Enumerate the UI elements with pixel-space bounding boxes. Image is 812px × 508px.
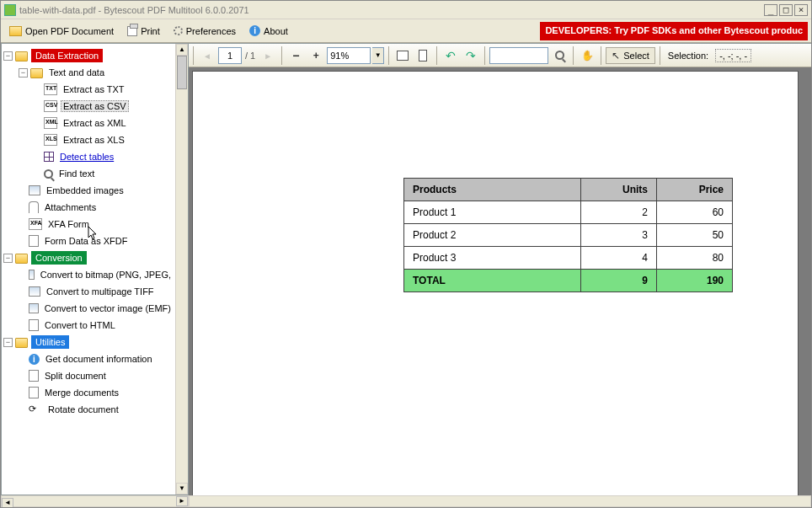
tree-node-split[interactable]: Split document (3, 367, 174, 384)
tree-node-form-xfdf[interactable]: Form Data as XFDF (3, 233, 174, 249)
page-canvas[interactable]: Products Units Price Product 1 2 60 Prod… (189, 67, 811, 495)
tree-node-find-text[interactable]: Find text (3, 165, 174, 182)
xfa-form-label: XFA Form (45, 218, 92, 230)
page-total-label: / 1 (245, 51, 255, 61)
tree-node-attachments[interactable]: Attachments (3, 199, 174, 216)
tree-node-extract-xml[interactable]: XML Extract as XML (3, 115, 174, 131)
collapse-icon[interactable]: − (3, 254, 13, 263)
bitmap-icon (29, 270, 35, 280)
folder-icon (30, 68, 43, 78)
cell-total-units: 9 (581, 270, 657, 292)
banner-text: DEVELOPERS: Try PDF SDKs and other Bytes… (545, 25, 803, 35)
scroll-down-button[interactable]: ▼ (176, 483, 188, 495)
tree-node-extract-xls[interactable]: XLS Extract as XLS (3, 131, 174, 148)
collapse-icon[interactable]: − (3, 338, 13, 347)
scroll-up-button[interactable]: ▲ (176, 44, 188, 56)
folder-icon (15, 338, 28, 348)
zoom-dropdown-button[interactable]: ▼ (372, 47, 384, 64)
folder-open-icon (9, 26, 22, 36)
pdf-page: Products Units Price Product 1 2 60 Prod… (192, 71, 799, 495)
tree-node-utilities[interactable]: − Utilities (3, 334, 174, 350)
table-header-row: Products Units Price (404, 179, 733, 201)
hscroll-right-button[interactable]: ► (176, 496, 188, 506)
about-label: About (264, 26, 288, 36)
prefs-label: Preferences (186, 26, 236, 36)
tree-node-convert-html[interactable]: Convert to HTML (3, 317, 174, 334)
cell-units: 4 (581, 247, 657, 270)
rotate-left-button[interactable] (441, 46, 460, 65)
sidebar: − Data Extraction − Text and data TXT Ex… (1, 43, 189, 495)
tree-node-convert-tiff[interactable]: Convert to multipage TIFF (3, 283, 174, 300)
collapse-icon[interactable]: − (3, 51, 13, 61)
collapse-icon[interactable]: − (19, 68, 28, 78)
print-button[interactable]: Print (122, 24, 165, 38)
cell-price: 50 (657, 224, 733, 247)
preferences-button[interactable]: Preferences (168, 24, 241, 38)
form-xfdf-label: Form Data as XFDF (42, 235, 130, 247)
document-viewer: / 1 ▼ Select Selection: - (189, 43, 811, 495)
merge-icon (29, 387, 39, 398)
hand-icon (581, 50, 594, 61)
tree-node-extract-txt[interactable]: TXT Extract as TXT (3, 81, 174, 98)
zoom-out-button[interactable] (286, 46, 305, 65)
sidebar-scrollbar[interactable]: ▲ ▼ (175, 44, 188, 495)
emf-icon (29, 303, 39, 313)
folder-icon (15, 254, 28, 264)
tree-node-conversion[interactable]: − Conversion (3, 249, 174, 266)
separator (484, 46, 485, 65)
cell-price: 80 (657, 247, 733, 270)
main-toolbar: Open PDF Document Print Preferences i Ab… (1, 19, 811, 43)
separator (601, 46, 601, 65)
sidebar-hscroll[interactable]: ◄ ► (1, 495, 189, 507)
viewer-toolbar: / 1 ▼ Select Selection: - (189, 44, 811, 67)
tree-node-data-extraction[interactable]: − Data Extraction (3, 47, 174, 64)
tree-node-rotate[interactable]: ⟳ Rotate document (3, 401, 174, 418)
tree-node-merge[interactable]: Merge documents (3, 384, 174, 401)
rotate-right-icon (466, 49, 476, 62)
tree-node-embedded-images[interactable]: Embedded images (3, 182, 174, 199)
cell-total-label: TOTAL (404, 270, 581, 292)
prev-page-button[interactable] (198, 46, 216, 65)
html-icon (29, 319, 39, 331)
scroll-thumb[interactable] (177, 56, 187, 89)
tree-node-convert-emf[interactable]: Convert to vector image (EMF) (3, 300, 174, 317)
find-icon (44, 169, 53, 179)
minimize-button[interactable]: _ (764, 4, 777, 16)
next-page-button[interactable] (259, 46, 277, 65)
tree-node-text-and-data[interactable]: − Text and data (3, 64, 174, 81)
about-button[interactable]: i About (244, 24, 293, 38)
tree-node-xfa-form[interactable]: XFA XFA Form (3, 216, 174, 233)
select-label: Select (623, 51, 649, 61)
zoom-input[interactable] (327, 47, 371, 64)
rotate-right-button[interactable] (462, 46, 480, 65)
zoom-in-button[interactable] (307, 46, 325, 65)
hscroll-left-button[interactable]: ◄ (2, 498, 13, 508)
selection-value: -, -; -, - (715, 49, 751, 62)
viewer-hscroll[interactable] (189, 495, 811, 507)
tree-node-extract-csv[interactable]: CSV Extract as CSV (3, 98, 174, 115)
zoom-in-icon (313, 50, 319, 61)
tree-node-convert-bitmap[interactable]: Convert to bitmap (PNG, JPEG, (3, 266, 174, 283)
tiff-icon (29, 286, 40, 297)
header-products: Products (404, 179, 581, 201)
hand-tool-button[interactable] (578, 46, 596, 65)
nav-tree[interactable]: − Data Extraction − Text and data TXT Ex… (2, 44, 175, 495)
table-row: Product 1 2 60 (404, 201, 733, 224)
extract-xml-label: Extract as XML (61, 117, 129, 129)
fit-page-button[interactable] (414, 46, 432, 65)
open-pdf-button[interactable]: Open PDF Document (4, 24, 119, 38)
search-input[interactable] (489, 47, 548, 64)
separator (436, 46, 437, 65)
detect-tables-label: Detect tables (57, 151, 116, 163)
bottom-scroll-area: ◄ ► (1, 495, 811, 507)
tree-node-get-info[interactable]: i Get document information (3, 350, 174, 367)
fit-width-button[interactable] (393, 46, 412, 65)
merge-label: Merge documents (42, 387, 121, 398)
find-button[interactable] (550, 46, 569, 65)
developer-banner[interactable]: DEVELOPERS: Try PDF SDKs and other Bytes… (540, 22, 808, 40)
tree-node-detect-tables[interactable]: Detect tables (3, 148, 174, 165)
page-number-input[interactable] (218, 47, 242, 64)
close-button[interactable]: × (794, 4, 808, 16)
select-tool-button[interactable]: Select (606, 47, 655, 64)
maximize-button[interactable]: □ (779, 4, 793, 16)
